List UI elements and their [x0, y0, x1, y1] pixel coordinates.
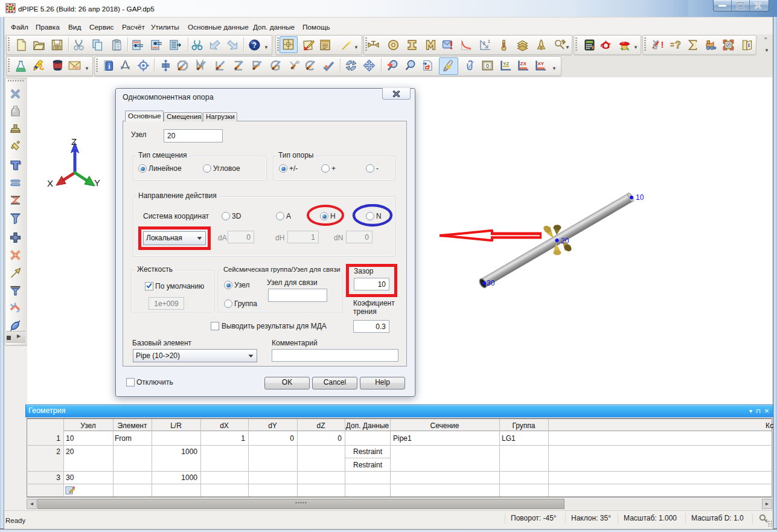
svg-text:0: 0 — [486, 63, 489, 69]
svg-text:X: X — [47, 178, 53, 188]
svg-text:?: ? — [252, 41, 257, 50]
svg-text:2: 2 — [483, 41, 485, 45]
svg-text:XY: XY — [538, 61, 545, 66]
svg-text:i: i — [748, 42, 750, 48]
svg-text:20: 20 — [561, 237, 569, 245]
svg-text:1: 1 — [488, 39, 490, 43]
svg-text:YZ: YZ — [503, 61, 509, 66]
svg-text:!: ! — [661, 39, 664, 50]
svg-text:ZX: ZX — [520, 61, 527, 66]
svg-text:10: 10 — [636, 193, 644, 202]
svg-text:?: ? — [675, 40, 681, 50]
svg-text:РМП: РМП — [72, 66, 80, 69]
svg-text:Z: Z — [71, 136, 77, 147]
svg-text:30: 30 — [487, 279, 495, 287]
svg-text:Y: Y — [94, 178, 100, 188]
